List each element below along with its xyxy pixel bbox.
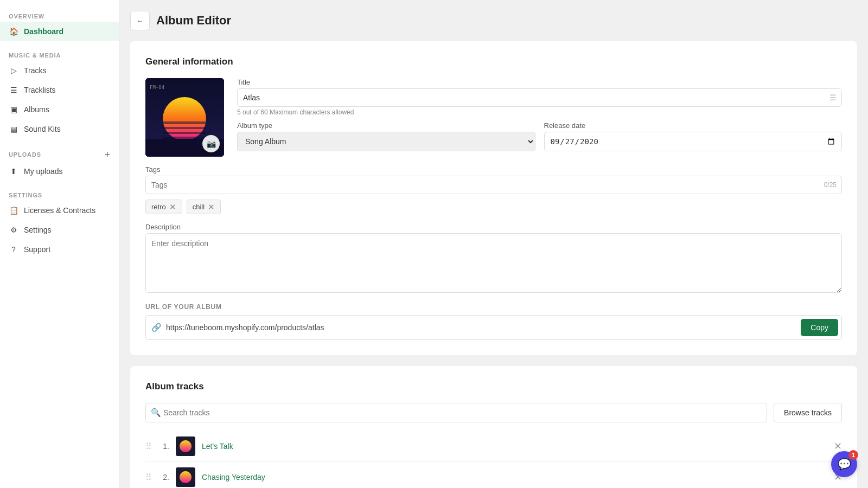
svg-text:FM-04: FM-04: [150, 85, 164, 90]
track-name-2[interactable]: Chasing Yesterday: [202, 473, 827, 481]
upload-icon: ⬆: [9, 166, 18, 176]
chat-bubble-button[interactable]: 💬 1: [831, 451, 857, 477]
sidebar-item-tracklists[interactable]: ☰ Tracklists: [0, 80, 119, 100]
track-row: ⠿ 2. Chasing Yesterday ✕: [145, 462, 842, 488]
tag-chip-retro: retro ✕: [145, 200, 182, 214]
track-num-1: 1.: [158, 442, 169, 451]
home-icon: 🏠: [9, 27, 18, 36]
tags-section: Tags 0/25 retro ✕ chill ✕: [145, 165, 842, 214]
sidebar-item-my-uploads[interactable]: ⬆ My uploads: [0, 162, 119, 181]
general-info-card: General information: [130, 41, 857, 355]
sidebar-tracks-label: Tracks: [24, 66, 46, 75]
copy-url-button[interactable]: Copy: [801, 319, 838, 336]
url-section-label: URL OF YOUR ALBUM: [145, 303, 842, 311]
tags-count: 0/25: [824, 181, 837, 189]
track-art-1: [176, 436, 195, 456]
remove-tag-retro[interactable]: ✕: [169, 203, 176, 211]
sidebar: OVERVIEW 🏠 Dashboard MUSIC & MEDIA ▷ Tra…: [0, 0, 119, 488]
title-field-group: Title ☰ 5 out of 60 Maximum characters a…: [237, 78, 842, 116]
sidebar-albums-label: Albums: [24, 105, 49, 114]
description-textarea[interactable]: [145, 233, 842, 293]
sidebar-tracklists-label: Tracklists: [24, 86, 56, 94]
svg-point-12: [180, 471, 192, 483]
tracks-search-row: 🔍 Browse tracks: [145, 403, 842, 422]
svg-rect-3: [163, 121, 206, 124]
release-date-group: Release date: [544, 121, 843, 151]
title-input-wrapper: ☰: [237, 88, 842, 107]
text-icon: ☰: [829, 93, 837, 102]
play-icon: ▷: [9, 66, 18, 75]
album-tracks-title: Album tracks: [145, 381, 842, 392]
track-art-2: [176, 467, 195, 487]
tag-label-chill: chill: [193, 203, 205, 211]
folder-icon: ▤: [9, 124, 18, 134]
add-upload-button[interactable]: +: [104, 150, 110, 159]
sidebar-item-tracks[interactable]: ▷ Tracks: [0, 61, 119, 80]
album-type-label: Album type: [237, 121, 535, 130]
track-num-2: 2.: [158, 473, 169, 481]
general-info-row: FM-04 📷 Title ☰ 5 out of 60 Maximum char…: [145, 78, 842, 157]
svg-rect-4: [163, 127, 206, 129]
page-title: Album Editor: [156, 14, 231, 28]
release-date-input[interactable]: [544, 132, 843, 151]
svg-rect-6: [163, 137, 206, 139]
search-wrapper: 🔍: [145, 403, 767, 422]
sidebar-dashboard-label: Dashboard: [24, 27, 63, 36]
music-media-section-label: MUSIC & MEDIA: [0, 48, 119, 61]
change-photo-button[interactable]: 📷: [202, 135, 220, 152]
remove-track-1[interactable]: ✕: [834, 440, 842, 452]
general-info-fields: Title ☰ 5 out of 60 Maximum characters a…: [237, 78, 842, 157]
album-type-select[interactable]: Song Album EP Single: [237, 132, 535, 151]
drag-handle[interactable]: ⠿: [145, 472, 152, 483]
track-row: ⠿ 1. Let's Talk ✕: [145, 431, 842, 462]
settings-section-label: SETTINGS: [0, 188, 119, 201]
sidebar-support-label: Support: [24, 245, 50, 254]
description-label: Description: [145, 223, 842, 231]
back-button[interactable]: ←: [130, 11, 150, 30]
browse-tracks-button[interactable]: Browse tracks: [774, 403, 842, 422]
uploads-section-label: UPLOADS: [9, 151, 41, 158]
sidebar-item-albums[interactable]: ▣ Albums: [0, 100, 119, 119]
sidebar-item-settings[interactable]: ⚙ Settings: [0, 220, 119, 240]
chat-badge: 1: [848, 450, 858, 460]
back-icon: ←: [136, 17, 143, 25]
sidebar-item-dashboard[interactable]: 🏠 Dashboard: [0, 22, 119, 41]
list-icon: ☰: [9, 85, 18, 95]
sidebar-my-uploads-label: My uploads: [24, 167, 63, 176]
svg-rect-5: [163, 132, 206, 134]
tags-input[interactable]: [145, 176, 842, 194]
url-text: https://tuneboom.myshopify.com/products/…: [166, 323, 796, 332]
url-row: 🔗 https://tuneboom.myshopify.com/product…: [145, 315, 842, 340]
main-content: ← Album Editor General information: [119, 0, 868, 488]
sidebar-item-licenses[interactable]: 📋 Licenses & Contracts: [0, 201, 119, 220]
url-section: URL OF YOUR ALBUM 🔗 https://tuneboom.mys…: [145, 303, 842, 340]
type-date-row: Album type Song Album EP Single Release …: [237, 121, 842, 151]
description-section: Description: [145, 223, 842, 294]
sidebar-settings-label: Settings: [24, 226, 52, 234]
search-tracks-input[interactable]: [145, 403, 767, 422]
overview-section-label: OVERVIEW: [0, 9, 119, 22]
drag-handle[interactable]: ⠿: [145, 441, 152, 452]
license-icon: 📋: [9, 206, 18, 215]
tags-input-wrapper: 0/25: [145, 176, 842, 194]
sidebar-sound-kits-label: Sound Kits: [24, 125, 61, 133]
sidebar-licenses-label: Licenses & Contracts: [24, 206, 95, 215]
gear-icon: ⚙: [9, 225, 18, 235]
tag-label-retro: retro: [151, 203, 166, 211]
album-tracks-card: Album tracks 🔍 Browse tracks ⠿ 1.: [130, 366, 857, 488]
camera-icon: 📷: [207, 139, 216, 148]
title-input[interactable]: [237, 88, 842, 107]
album-type-group: Album type Song Album EP Single: [237, 121, 535, 151]
question-icon: ?: [9, 245, 18, 254]
link-icon: 🔗: [151, 323, 162, 332]
char-count: 5 out of 60 Maximum characters allowed: [237, 108, 842, 116]
sidebar-item-support[interactable]: ? Support: [0, 240, 119, 259]
general-info-title: General information: [145, 56, 842, 67]
tag-chip-chill: chill ✕: [187, 200, 221, 214]
remove-tag-chill[interactable]: ✕: [208, 203, 215, 211]
release-date-label: Release date: [544, 121, 843, 130]
album-art-wrapper: FM-04 📷: [145, 78, 224, 157]
tags-label: Tags: [145, 165, 842, 174]
sidebar-item-sound-kits[interactable]: ▤ Sound Kits: [0, 119, 119, 139]
track-name-1[interactable]: Let's Talk: [202, 442, 827, 451]
